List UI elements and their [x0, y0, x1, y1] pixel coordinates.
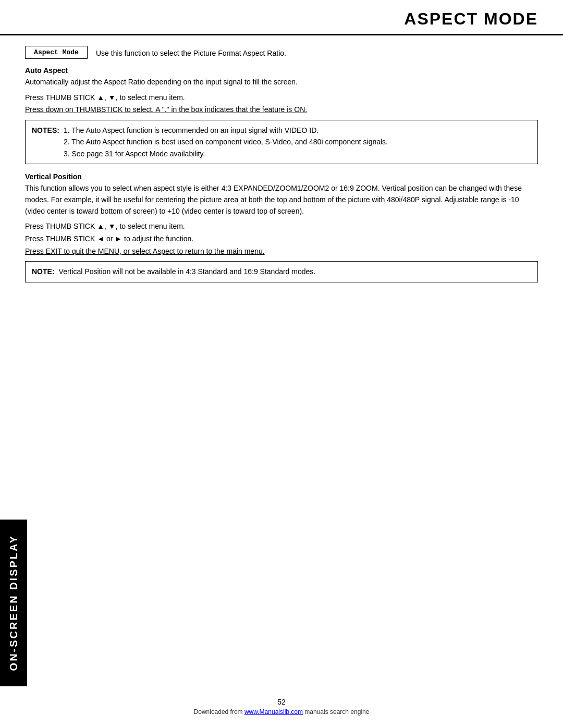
note-box: NOTE: Vertical Position will not be avai… [25, 261, 538, 282]
vertical-instruction1: Press THUMB STICK ▲, ▼, to select menu i… [25, 221, 538, 232]
auto-aspect-heading: Auto Aspect [25, 66, 538, 75]
notes-box-inner: NOTES: 1. The Auto Aspect function is re… [32, 125, 531, 159]
notes-content: 1. The Auto Aspect function is recommend… [64, 125, 388, 159]
note-label: NOTE: [32, 266, 55, 277]
vertical-position-heading: Vertical Position [25, 172, 538, 181]
page-footer: 52 Downloaded from www.Manualslib.com ma… [0, 698, 563, 715]
function-label-box: Aspect Mode [25, 46, 88, 59]
auto-aspect-text: Automatically adjust the Aspect Ratio de… [25, 77, 538, 88]
note-item-1: 1. The Auto Aspect function is recommend… [64, 125, 388, 136]
vertical-instruction3: Press EXIT to quit the MENU, or select A… [25, 246, 538, 257]
footer-downloaded: Downloaded from [194, 708, 244, 715]
sidebar: ON-SCREEN DISPLAY [0, 520, 27, 686]
page-header: ASPECT MODE [0, 0, 563, 35]
vertical-position-text: This function allows you to select when … [25, 183, 538, 217]
page-container: ASPECT MODE Aspect Mode Use this functio… [0, 0, 563, 728]
footer-text-line: Downloaded from www.Manualslib.com manua… [0, 708, 563, 715]
auto-aspect-instruction2: Press down on THUMBSTICK to select. A ".… [25, 104, 538, 116]
note-text: Vertical Position will not be available … [59, 266, 316, 277]
vertical-instruction2: Press THUMB STICK ◄ or ► to adjust the f… [25, 233, 538, 245]
footer-after-link: manuals search engine [303, 708, 369, 715]
page-number: 52 [0, 698, 563, 706]
page-title: ASPECT MODE [404, 9, 538, 28]
function-description: Use this function to select the Picture … [96, 46, 286, 59]
function-row: Aspect Mode Use this function to select … [25, 46, 538, 59]
note-item-3: 3. See page 31 for Aspect Mode availabil… [64, 148, 388, 159]
sidebar-text: ON-SCREEN DISPLAY [8, 535, 20, 671]
auto-aspect-instruction1: Press THUMB STICK ▲, ▼, to select menu i… [25, 92, 538, 104]
content-area: Aspect Mode Use this function to select … [0, 35, 563, 298]
footer-link[interactable]: www.Manualslib.com [244, 708, 303, 715]
note-item-2: 2. The Auto Aspect function is best used… [64, 136, 388, 147]
notes-label: NOTES: [32, 125, 59, 136]
notes-box: NOTES: 1. The Auto Aspect function is re… [25, 120, 538, 164]
